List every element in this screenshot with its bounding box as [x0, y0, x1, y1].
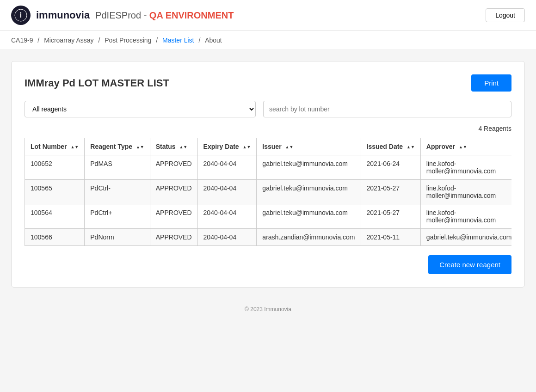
logout-button[interactable]: Logout [486, 8, 525, 22]
reagents-table: Lot Number ▲▼ Reagent Type ▲▼ Status ▲▼ [25, 138, 511, 246]
cell-status: APPROVED [150, 180, 197, 204]
page-footer: © 2023 Immunovia [0, 299, 536, 320]
cell-reagent_type: PdMAS [85, 155, 150, 180]
cell-expiry_date: 2040-04-04 [197, 155, 257, 180]
sort-reagent-type-icon: ▲▼ [136, 145, 144, 149]
breadcrumb-about: About [205, 37, 222, 44]
main-content: IMMray Pd LOT MASTER LIST Print All reag… [0, 50, 536, 299]
create-reagent-button[interactable]: Create new reagent [428, 255, 511, 274]
cell-reagent_type: PdCtrl- [85, 180, 150, 204]
logo-icon: i [11, 6, 31, 25]
app-header: i immunovia PdIESProd - QA ENVIRONMENT L… [0, 0, 536, 31]
cell-issued_date: 2021-05-27 [361, 204, 420, 229]
cell-reagent_type: PdCtrl+ [85, 204, 150, 229]
cell-issued_date: 2021-06-24 [361, 155, 420, 180]
col-issued-date[interactable]: Issued Date ▲▼ [361, 138, 420, 155]
sort-expiry-date-icon: ▲▼ [243, 145, 251, 149]
cell-status: APPROVED [150, 229, 197, 246]
reagent-type-filter[interactable]: All reagents [25, 101, 256, 117]
svg-text:i: i [20, 11, 22, 19]
cell-issuer: arash.zandian@immunovia.com [257, 229, 361, 246]
col-lot-number[interactable]: Lot Number ▲▼ [25, 138, 85, 155]
print-button[interactable]: Print [471, 74, 511, 92]
cell-approver: line.kofod-moller@immunovia.com [420, 204, 511, 229]
table-row[interactable]: 100652PdMASAPPROVED2040-04-04gabriel.tek… [25, 155, 512, 180]
cell-issuer: gabriel.teku@immunovia.com [257, 155, 361, 180]
sort-lot-number-icon: ▲▼ [70, 145, 79, 149]
card-footer: Create new reagent [25, 255, 511, 274]
content-card: IMMray Pd LOT MASTER LIST Print All reag… [11, 61, 525, 288]
cell-reagent_type: PdNorm [85, 229, 150, 246]
cell-lot_number: 100566 [25, 229, 85, 246]
sort-issued-date-icon: ▲▼ [407, 145, 415, 149]
sort-issuer-icon: ▲▼ [285, 145, 293, 149]
cell-approver: line.kofod-moller@immunovia.com [420, 180, 511, 204]
lot-number-search[interactable] [263, 101, 511, 117]
sort-approver-icon: ▲▼ [459, 145, 467, 149]
reagents-table-wrapper: Lot Number ▲▼ Reagent Type ▲▼ Status ▲▼ [25, 138, 511, 246]
table-body: 100652PdMASAPPROVED2040-04-04gabriel.tek… [25, 155, 512, 246]
cell-issued_date: 2021-05-27 [361, 180, 420, 204]
cell-status: APPROVED [150, 204, 197, 229]
col-reagent-type[interactable]: Reagent Type ▲▼ [85, 138, 150, 155]
cell-expiry_date: 2040-04-04 [197, 229, 257, 246]
breadcrumb: CA19-9 / Microarray Assay / Post Process… [0, 31, 536, 50]
cell-expiry_date: 2040-04-04 [197, 204, 257, 229]
cell-expiry_date: 2040-04-04 [197, 180, 257, 204]
table-row[interactable]: 100565PdCtrl-APPROVED2040-04-04gabriel.t… [25, 180, 512, 204]
brand-name: immunovia [36, 9, 90, 21]
breadcrumb-masterlist[interactable]: Master List [162, 37, 194, 44]
col-status[interactable]: Status ▲▼ [150, 138, 197, 155]
col-approver[interactable]: Approver ▲▼ [420, 138, 511, 155]
breadcrumb-ca19: CA19-9 [11, 37, 33, 44]
reagent-count: 4 Reagents [25, 125, 511, 132]
cell-lot_number: 100564 [25, 204, 85, 229]
cell-status: APPROVED [150, 155, 197, 180]
col-issuer[interactable]: Issuer ▲▼ [257, 138, 361, 155]
header-brand: i immunovia PdIESProd - QA ENVIRONMENT [11, 6, 234, 25]
cell-approver: line.kofod-moller@immunovia.com [420, 155, 511, 180]
sort-status-icon: ▲▼ [179, 145, 187, 149]
table-header: Lot Number ▲▼ Reagent Type ▲▼ Status ▲▼ [25, 138, 512, 155]
page-title: IMMray Pd LOT MASTER LIST [25, 77, 169, 89]
cell-lot_number: 100565 [25, 180, 85, 204]
table-row[interactable]: 100566PdNormAPPROVED2040-04-04arash.zand… [25, 229, 512, 246]
card-header: IMMray Pd LOT MASTER LIST Print [25, 74, 511, 92]
breadcrumb-microarray: Microarray Assay [44, 37, 93, 44]
cell-approver: gabriel.teku@immunovia.com [420, 229, 511, 246]
app-name: PdIESProd - QA ENVIRONMENT [95, 10, 234, 21]
logo-svg: i [14, 9, 27, 22]
filters-row: All reagents [25, 101, 511, 117]
cell-lot_number: 100652 [25, 155, 85, 180]
copyright-text: © 2023 Immunovia [245, 306, 291, 312]
cell-issuer: gabriel.teku@immunovia.com [257, 180, 361, 204]
cell-issued_date: 2021-05-11 [361, 229, 420, 246]
cell-issuer: gabriel.teku@immunovia.com [257, 204, 361, 229]
col-expiry-date[interactable]: Expiry Date ▲▼ [197, 138, 257, 155]
breadcrumb-postprocessing: Post Processing [105, 37, 151, 44]
table-row[interactable]: 100564PdCtrl+APPROVED2040-04-04gabriel.t… [25, 204, 512, 229]
